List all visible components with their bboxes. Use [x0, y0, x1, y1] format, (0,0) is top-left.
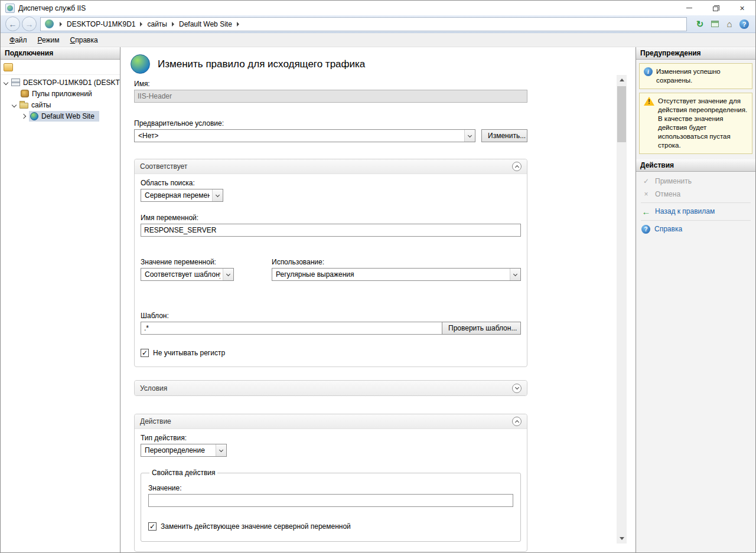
actions-list: ✓ Применить × Отмена ← Назад к правилам … [636, 172, 755, 239]
window-title: Диспетчер служб IIS [18, 4, 86, 12]
scope-dropdown[interactable]: Серверная переменн [141, 189, 223, 202]
action-section-header[interactable]: Действие [135, 414, 527, 429]
variable-value-label: Значение переменной: [141, 258, 272, 266]
info-alert-text: Изменения успешно сохранены. [656, 67, 748, 85]
restore-button[interactable] [702, 1, 729, 15]
page-title: Изменить правило для исходящего трафика [158, 58, 365, 70]
action-properties-group: Свойства действия Значение: ✓ Заменить д… [141, 469, 521, 542]
breadcrumb-separator-icon[interactable] [60, 22, 62, 27]
home-button[interactable]: ⌂ [723, 18, 736, 31]
back-button[interactable]: ← [5, 17, 20, 31]
action-type-value: Переопределение [145, 446, 205, 454]
replace-value-label[interactable]: Заменить действующее значение серверной … [161, 522, 351, 531]
breadcrumb-item-sites[interactable]: сайты [147, 20, 167, 28]
menu-file[interactable]: Файл [4, 34, 32, 46]
variable-value-dropdown[interactable]: Соответствует шаблону [141, 268, 234, 281]
match-section-header[interactable]: Соответствует [135, 159, 527, 174]
browse-window-icon [711, 21, 719, 27]
action-type-dropdown[interactable]: Переопределение [141, 444, 227, 457]
minimize-icon [686, 8, 692, 8]
usage-label: Использование: [272, 258, 521, 266]
breadcrumb-separator-icon[interactable] [237, 22, 239, 27]
expanded-chevron-icon[interactable] [4, 80, 8, 84]
breadcrumb: DESKTOP-U1MK9D1 сайты Default Web Site [40, 17, 687, 31]
browse-site-button[interactable] [708, 18, 721, 31]
scrollbar-track[interactable] [617, 85, 627, 534]
titlebar: Диспетчер служб IIS × [1, 1, 755, 15]
pattern-input[interactable] [141, 322, 442, 335]
replace-value-checkbox[interactable]: ✓ [148, 522, 157, 531]
breadcrumb-separator-icon[interactable] [140, 22, 142, 27]
server-icon [11, 78, 20, 86]
iis-manager-window: Диспетчер служб IIS × ← → DESKTOP-U1MK9D… [0, 0, 756, 553]
scope-value: Серверная переменн [145, 191, 210, 199]
close-button[interactable]: × [729, 1, 755, 15]
match-section: Соответствует Область поиска: Серверная … [134, 159, 527, 367]
collapse-section-icon[interactable] [512, 162, 522, 171]
scroll-up-button[interactable] [617, 75, 627, 85]
close-icon: × [739, 4, 744, 12]
usage-dropdown[interactable]: Регулярные выражения [272, 268, 521, 281]
breadcrumb-item-server[interactable]: DESKTOP-U1MK9D1 [67, 20, 135, 28]
ignore-case-checkbox[interactable]: ✓ [141, 349, 149, 357]
expand-section-icon[interactable] [512, 384, 522, 393]
tree-item-app-pools[interactable]: Пулы приложений [1, 88, 120, 99]
conditions-section: Условия [134, 380, 527, 396]
forward-arrow-icon: → [25, 19, 34, 29]
back-to-rules-action[interactable]: ← Назад к правилам [636, 205, 755, 218]
action-value-input[interactable] [148, 494, 513, 507]
test-pattern-button[interactable]: Проверить шаблон... [442, 322, 521, 335]
collapsed-chevron-icon[interactable] [21, 113, 26, 118]
minimize-button[interactable] [676, 1, 702, 15]
warning-alert: ! Отсутствует значение для действия пере… [639, 93, 752, 154]
cancel-action: × Отмена [636, 188, 755, 201]
help-button[interactable]: ? [738, 18, 751, 31]
conditions-section-header[interactable]: Условия [135, 381, 527, 395]
scrollbar-thumb[interactable] [617, 86, 626, 142]
restart-icon: ↻ [696, 19, 704, 30]
menu-view[interactable]: Режим [32, 34, 65, 46]
back-to-rules-icon: ← [641, 207, 651, 216]
precondition-dropdown[interactable]: <Нет> [134, 129, 475, 142]
home-icon: ⌂ [726, 19, 732, 29]
precondition-label: Предварительное условие: [134, 119, 527, 127]
breadcrumb-separator-icon[interactable] [172, 22, 174, 27]
pattern-label: Шаблон: [141, 312, 521, 320]
apply-action-label: Применить [655, 177, 692, 185]
dropdown-arrow-icon [464, 130, 475, 142]
actions-divider [641, 220, 751, 221]
sites-folder-icon [19, 103, 28, 109]
menu-help[interactable]: Справка [65, 34, 103, 46]
alerts-header-label: Предупреждения [640, 49, 701, 57]
scope-label: Область поиска: [141, 179, 521, 187]
tree-item-sites[interactable]: сайты [1, 99, 120, 110]
expanded-chevron-icon[interactable] [12, 102, 17, 107]
vertical-scrollbar[interactable] [617, 75, 627, 544]
breadcrumb-item-default-web-site[interactable]: Default Web Site [179, 20, 232, 28]
tree-item-label: DESKTOP-U1MK9D1 (DESKTOI [23, 78, 120, 87]
dropdown-arrow-icon [223, 269, 233, 280]
back-to-rules-label[interactable]: Назад к правилам [655, 207, 715, 215]
forward-button[interactable]: → [22, 17, 37, 31]
save-connections-icon[interactable] [4, 63, 13, 71]
connections-header-label: Подключения [5, 49, 53, 57]
help-icon: ? [641, 225, 650, 234]
usage-value: Регулярные выражения [276, 270, 354, 279]
change-precondition-button[interactable]: Изменить... [481, 129, 527, 142]
tree-item-default-web-site[interactable]: Default Web Site [1, 110, 120, 122]
variable-name-input[interactable] [141, 224, 521, 237]
dropdown-arrow-icon [216, 444, 226, 456]
help-action-label[interactable]: Справка [654, 225, 682, 233]
tree-item-server[interactable]: DESKTOP-U1MK9D1 (DESKTOI [1, 77, 120, 88]
collapse-section-icon[interactable] [512, 417, 522, 426]
selected-tree-item[interactable]: Default Web Site [29, 111, 99, 122]
help-action[interactable]: ? Справка [636, 222, 755, 236]
application-pools-icon [21, 90, 29, 97]
connections-tree: DESKTOP-U1MK9D1 (DESKTOI Пулы приложений… [1, 75, 120, 552]
dropdown-arrow-icon [212, 189, 223, 201]
scroll-down-button[interactable] [617, 534, 627, 544]
ignore-case-label[interactable]: Не учитывать регистр [153, 349, 225, 357]
restart-button[interactable]: ↻ [693, 18, 706, 31]
cancel-icon: × [641, 190, 651, 198]
scroll-up-icon [620, 78, 624, 81]
